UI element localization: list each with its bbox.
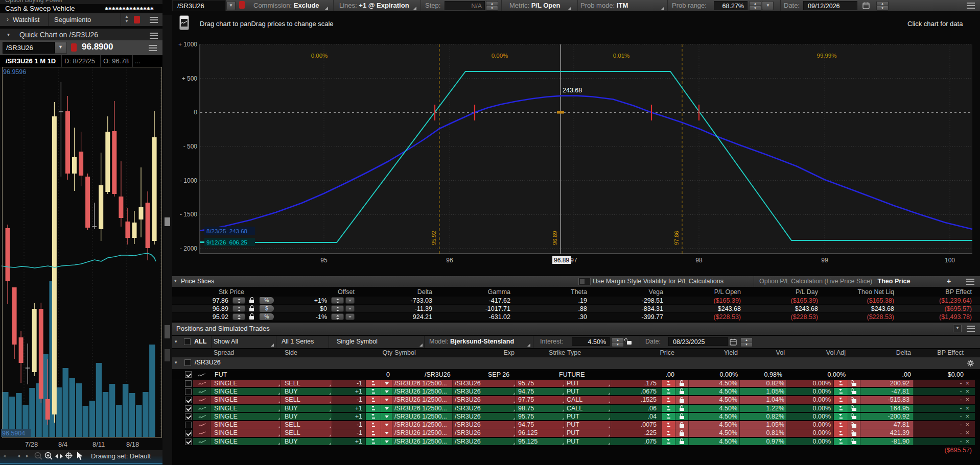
svg-text:98: 98	[695, 257, 703, 264]
svg-text:0.01%: 0.01%	[613, 53, 630, 59]
svg-text:99.99%: 99.99%	[816, 53, 836, 59]
svg-text:96.9596: 96.9596	[3, 68, 26, 76]
svg-text:0.00%: 0.00%	[311, 53, 328, 59]
svg-text:9/12/26 606.25: 9/12/26 606.25	[206, 239, 247, 246]
svg-text:- 500: - 500	[183, 143, 198, 150]
svg-text:+ 500: + 500	[182, 75, 198, 82]
svg-text:96: 96	[446, 257, 453, 264]
svg-text:243.68: 243.68	[563, 87, 582, 94]
svg-text:99: 99	[821, 257, 828, 264]
svg-text:97: 97	[570, 257, 577, 264]
svg-text:+ 1000: + 1000	[178, 41, 197, 48]
svg-text:96.89: 96.89	[554, 257, 569, 264]
svg-text:96.5904: 96.5904	[2, 430, 25, 437]
svg-text:0: 0	[194, 109, 197, 116]
svg-text:- 2000: - 2000	[180, 245, 197, 252]
svg-text:97.86: 97.86	[673, 231, 680, 245]
svg-text:95: 95	[320, 257, 328, 264]
svg-text:0.00%: 0.00%	[492, 53, 508, 59]
svg-text:- 1500: - 1500	[180, 211, 197, 218]
svg-text:95.92: 95.92	[431, 231, 437, 245]
svg-text:- 1000: - 1000	[180, 177, 197, 184]
svg-text:8/23/25 243.68: 8/23/25 243.68	[206, 228, 247, 234]
svg-text:100: 100	[945, 257, 955, 264]
svg-text:96.89: 96.89	[552, 231, 558, 245]
